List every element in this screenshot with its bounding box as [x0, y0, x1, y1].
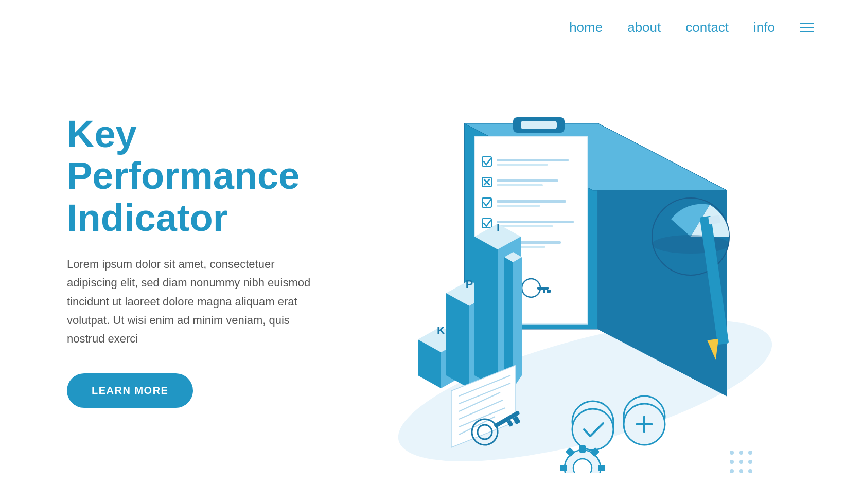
svg-point-77	[748, 451, 752, 455]
svg-rect-67	[579, 445, 586, 453]
svg-point-80	[748, 460, 752, 464]
svg-rect-15	[497, 200, 566, 203]
nav-info[interactable]: info	[753, 20, 775, 35]
svg-rect-12	[497, 179, 558, 182]
svg-point-79	[739, 460, 743, 464]
svg-point-66	[573, 459, 592, 473]
svg-rect-25	[547, 290, 551, 293]
nav-contact[interactable]: contact	[685, 20, 729, 35]
svg-text:K: K	[437, 324, 445, 337]
svg-rect-7	[497, 159, 569, 161]
learn-more-button[interactable]: LEARN MORE	[67, 373, 193, 408]
svg-rect-26	[543, 290, 545, 293]
svg-rect-24	[537, 287, 549, 290]
svg-point-60	[572, 409, 613, 450]
svg-point-83	[748, 469, 752, 473]
svg-rect-18	[497, 221, 574, 223]
svg-marker-37	[446, 293, 469, 388]
svg-point-81	[730, 469, 734, 473]
svg-rect-69	[598, 465, 605, 471]
svg-point-28	[652, 235, 729, 254]
main-nav: home about contact info	[569, 0, 845, 35]
svg-rect-13	[497, 184, 543, 186]
nav-home[interactable]: home	[569, 20, 603, 35]
svg-rect-16	[497, 205, 540, 207]
svg-rect-8	[497, 164, 548, 166]
kpi-illustration: K P I	[351, 62, 814, 473]
svg-point-82	[739, 469, 743, 473]
page-title: Key Performance Indicator	[67, 113, 340, 239]
svg-point-75	[730, 451, 734, 455]
nav-about[interactable]: about	[627, 20, 661, 35]
svg-text:P: P	[466, 278, 473, 291]
hero-illustration: K P I	[351, 62, 814, 473]
svg-rect-19	[497, 225, 553, 227]
svg-rect-5	[521, 121, 557, 129]
svg-point-76	[739, 451, 743, 455]
svg-marker-40	[474, 237, 498, 388]
hamburger-menu[interactable]	[800, 23, 814, 32]
svg-text:I: I	[497, 221, 500, 234]
svg-rect-70	[560, 465, 567, 471]
svg-point-78	[730, 460, 734, 464]
svg-rect-31	[708, 215, 720, 225]
hero-content: Key Performance Indicator Lorem ipsum do…	[67, 113, 340, 408]
hero-body: Lorem ipsum dolor sit amet, consectetuer…	[67, 255, 319, 348]
